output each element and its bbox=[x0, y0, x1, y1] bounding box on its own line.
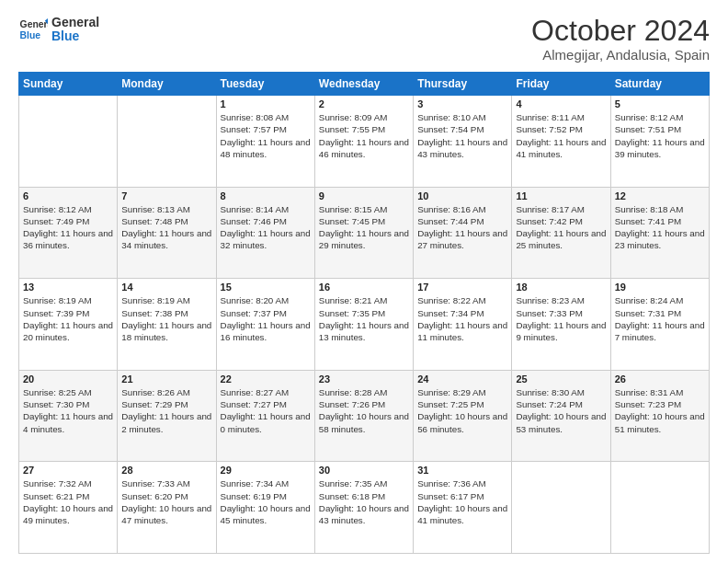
day-number: 30 bbox=[319, 465, 409, 476]
sunset-text: Sunset: 6:18 PM bbox=[319, 490, 409, 502]
sunrise-text: Sunrise: 8:14 AM bbox=[221, 203, 311, 215]
daylight-text: Daylight: 10 hours and 43 minutes. bbox=[319, 502, 409, 526]
day-info: Sunrise: 8:12 AMSunset: 7:49 PMDaylight:… bbox=[23, 203, 113, 252]
daylight-text: Daylight: 11 hours and 11 minutes. bbox=[417, 319, 507, 343]
sunrise-text: Sunrise: 8:29 AM bbox=[417, 386, 507, 398]
sunset-text: Sunset: 6:17 PM bbox=[417, 490, 507, 502]
daylight-text: Daylight: 10 hours and 41 minutes. bbox=[417, 502, 507, 526]
daylight-text: Daylight: 11 hours and 36 minutes. bbox=[23, 227, 113, 251]
calendar-day: 17Sunrise: 8:22 AMSunset: 7:34 PMDayligh… bbox=[414, 279, 512, 371]
day-number: 16 bbox=[319, 282, 409, 293]
sunset-text: Sunset: 6:19 PM bbox=[221, 490, 311, 502]
sunset-text: Sunset: 6:20 PM bbox=[121, 490, 211, 502]
day-info: Sunrise: 8:13 AMSunset: 7:48 PMDaylight:… bbox=[121, 203, 211, 252]
sunset-text: Sunset: 7:30 PM bbox=[23, 398, 113, 410]
calendar-day: 19Sunrise: 8:24 AMSunset: 7:31 PMDayligh… bbox=[610, 279, 709, 371]
header: General Blue General Blue October 2024 A… bbox=[18, 15, 710, 63]
calendar-day: 5Sunrise: 8:12 AMSunset: 7:51 PMDaylight… bbox=[610, 96, 709, 188]
calendar-day: 20Sunrise: 8:25 AMSunset: 7:30 PMDayligh… bbox=[19, 370, 118, 462]
daylight-text: Daylight: 11 hours and 18 minutes. bbox=[121, 319, 211, 343]
day-info: Sunrise: 8:26 AMSunset: 7:29 PMDaylight:… bbox=[121, 386, 211, 435]
daylight-text: Daylight: 11 hours and 32 minutes. bbox=[221, 227, 311, 251]
title-block: October 2024 Almegijar, Andalusia, Spain bbox=[531, 15, 710, 63]
daylight-text: Daylight: 11 hours and 7 minutes. bbox=[615, 319, 705, 343]
day-number: 2 bbox=[319, 98, 409, 109]
sunrise-text: Sunrise: 8:12 AM bbox=[23, 203, 113, 215]
day-number: 12 bbox=[615, 190, 705, 201]
sunset-text: Sunset: 7:24 PM bbox=[516, 398, 606, 410]
calendar-day: 21Sunrise: 8:26 AMSunset: 7:29 PMDayligh… bbox=[118, 370, 216, 462]
day-number: 18 bbox=[516, 282, 606, 293]
sunrise-text: Sunrise: 8:23 AM bbox=[516, 294, 606, 306]
day-info: Sunrise: 8:30 AMSunset: 7:24 PMDaylight:… bbox=[516, 386, 606, 435]
calendar-day: 29Sunrise: 7:34 AMSunset: 6:19 PMDayligh… bbox=[216, 462, 314, 554]
sunset-text: Sunset: 7:51 PM bbox=[615, 123, 705, 135]
day-number: 19 bbox=[615, 282, 705, 293]
day-number: 14 bbox=[121, 282, 211, 293]
daylight-text: Daylight: 11 hours and 27 minutes. bbox=[417, 227, 507, 251]
day-number: 28 bbox=[121, 465, 211, 476]
sunset-text: Sunset: 7:33 PM bbox=[516, 307, 606, 319]
sunrise-text: Sunrise: 8:20 AM bbox=[221, 294, 311, 306]
sunset-text: Sunset: 7:23 PM bbox=[615, 398, 705, 410]
sunset-text: Sunset: 7:42 PM bbox=[516, 215, 606, 227]
sunrise-text: Sunrise: 8:19 AM bbox=[121, 294, 211, 306]
day-info: Sunrise: 8:19 AMSunset: 7:39 PMDaylight:… bbox=[23, 294, 113, 343]
calendar-week: 6Sunrise: 8:12 AMSunset: 7:49 PMDaylight… bbox=[19, 187, 710, 279]
daylight-text: Daylight: 10 hours and 45 minutes. bbox=[221, 502, 311, 526]
calendar-day: 4Sunrise: 8:11 AMSunset: 7:52 PMDaylight… bbox=[512, 96, 610, 188]
weekday-header: Friday bbox=[512, 73, 610, 96]
daylight-text: Daylight: 11 hours and 41 minutes. bbox=[516, 136, 606, 160]
sunset-text: Sunset: 7:25 PM bbox=[417, 398, 507, 410]
day-info: Sunrise: 7:33 AMSunset: 6:20 PMDaylight:… bbox=[121, 477, 211, 526]
calendar-day: 31Sunrise: 7:36 AMSunset: 6:17 PMDayligh… bbox=[414, 462, 512, 554]
daylight-text: Daylight: 11 hours and 13 minutes. bbox=[319, 319, 409, 343]
sunrise-text: Sunrise: 8:24 AM bbox=[615, 294, 705, 306]
day-info: Sunrise: 7:36 AMSunset: 6:17 PMDaylight:… bbox=[417, 477, 507, 526]
sunset-text: Sunset: 7:34 PM bbox=[417, 307, 507, 319]
daylight-text: Daylight: 11 hours and 43 minutes. bbox=[417, 136, 507, 160]
day-number: 11 bbox=[516, 190, 606, 201]
day-info: Sunrise: 7:34 AMSunset: 6:19 PMDaylight:… bbox=[221, 477, 311, 526]
calendar-day: 12Sunrise: 8:18 AMSunset: 7:41 PMDayligh… bbox=[610, 187, 709, 279]
sunset-text: Sunset: 7:54 PM bbox=[417, 123, 507, 135]
day-info: Sunrise: 8:17 AMSunset: 7:42 PMDaylight:… bbox=[516, 203, 606, 252]
daylight-text: Daylight: 10 hours and 47 minutes. bbox=[121, 502, 211, 526]
calendar-week: 13Sunrise: 8:19 AMSunset: 7:39 PMDayligh… bbox=[19, 279, 710, 371]
day-number: 21 bbox=[121, 373, 211, 385]
sunrise-text: Sunrise: 8:27 AM bbox=[221, 386, 311, 398]
daylight-text: Daylight: 11 hours and 0 minutes. bbox=[221, 410, 311, 434]
calendar-week: 27Sunrise: 7:32 AMSunset: 6:21 PMDayligh… bbox=[19, 462, 710, 554]
day-info: Sunrise: 8:14 AMSunset: 7:46 PMDaylight:… bbox=[221, 203, 311, 252]
day-info: Sunrise: 8:18 AMSunset: 7:41 PMDaylight:… bbox=[615, 203, 705, 252]
daylight-text: Daylight: 11 hours and 39 minutes. bbox=[615, 136, 705, 160]
calendar-empty bbox=[610, 462, 709, 554]
day-info: Sunrise: 8:28 AMSunset: 7:26 PMDaylight:… bbox=[319, 386, 409, 435]
weekday-header: Monday bbox=[118, 73, 216, 96]
sunset-text: Sunset: 7:55 PM bbox=[319, 123, 409, 135]
calendar-day: 11Sunrise: 8:17 AMSunset: 7:42 PMDayligh… bbox=[512, 187, 610, 279]
sunset-text: Sunset: 7:38 PM bbox=[121, 307, 211, 319]
day-number: 17 bbox=[417, 282, 507, 293]
sunrise-text: Sunrise: 8:09 AM bbox=[319, 111, 409, 123]
day-number: 20 bbox=[23, 373, 113, 385]
calendar-day: 10Sunrise: 8:16 AMSunset: 7:44 PMDayligh… bbox=[414, 187, 512, 279]
sunset-text: Sunset: 7:37 PM bbox=[221, 307, 311, 319]
page-subtitle: Almegijar, Andalusia, Spain bbox=[531, 47, 710, 63]
sunset-text: Sunset: 7:49 PM bbox=[23, 215, 113, 227]
daylight-text: Daylight: 11 hours and 16 minutes. bbox=[221, 319, 311, 343]
day-info: Sunrise: 8:08 AMSunset: 7:57 PMDaylight:… bbox=[221, 111, 311, 160]
calendar-day: 14Sunrise: 8:19 AMSunset: 7:38 PMDayligh… bbox=[118, 279, 216, 371]
day-number: 24 bbox=[417, 373, 507, 385]
sunrise-text: Sunrise: 8:21 AM bbox=[319, 294, 409, 306]
calendar-day: 22Sunrise: 8:27 AMSunset: 7:27 PMDayligh… bbox=[216, 370, 314, 462]
sunrise-text: Sunrise: 8:31 AM bbox=[615, 386, 705, 398]
day-number: 4 bbox=[516, 98, 606, 109]
day-number: 25 bbox=[516, 373, 606, 385]
calendar-day: 26Sunrise: 8:31 AMSunset: 7:23 PMDayligh… bbox=[610, 370, 709, 462]
calendar-empty bbox=[512, 462, 610, 554]
day-info: Sunrise: 8:10 AMSunset: 7:54 PMDaylight:… bbox=[417, 111, 507, 160]
sunrise-text: Sunrise: 7:33 AM bbox=[121, 477, 211, 489]
day-info: Sunrise: 8:20 AMSunset: 7:37 PMDaylight:… bbox=[221, 294, 311, 343]
sunset-text: Sunset: 7:41 PM bbox=[615, 215, 705, 227]
